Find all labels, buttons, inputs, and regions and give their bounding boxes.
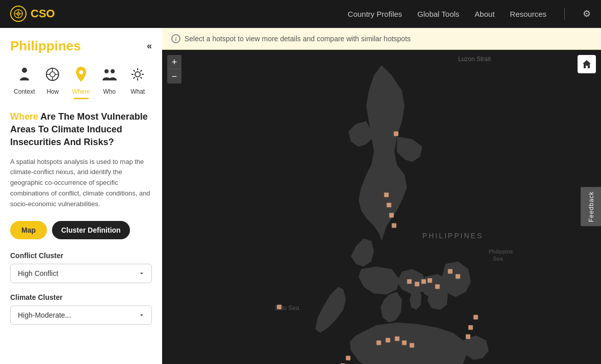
svg-point-6 [50, 72, 55, 77]
nav-how[interactable]: How [41, 63, 64, 99]
section-description: A spatial hotspots analysis is used to m… [10, 157, 152, 210]
how-label: How [46, 88, 59, 95]
luzon-strait-label: Luzon Strait [458, 55, 491, 63]
map-container[interactable]: Luzon Strait PHILIPPINES Philippine Sea … [162, 50, 601, 363]
nav-about[interactable]: About [475, 10, 494, 18]
map-home-button[interactable] [578, 55, 596, 73]
philippines-map: Luzon Strait PHILIPPINES Philippine Sea … [162, 50, 601, 364]
svg-point-14 [135, 72, 140, 77]
svg-rect-43 [474, 315, 478, 320]
logo-icon [10, 6, 27, 22]
collapse-button[interactable]: « [147, 41, 152, 51]
svg-point-11 [79, 70, 83, 74]
nav-what[interactable]: What [126, 63, 149, 99]
zoom-in-button[interactable]: + [167, 55, 181, 69]
svg-rect-29 [428, 278, 432, 283]
info-icon: i [171, 34, 180, 43]
app-header: CSO Country Profiles Global Tools About … [0, 0, 601, 28]
svg-text:Philippine: Philippine [489, 248, 513, 255]
map-area: i Select a hotspot to view more details … [162, 28, 601, 364]
cluster-definition-button[interactable]: Cluster Definition [52, 221, 130, 239]
svg-rect-33 [376, 341, 381, 345]
nav-where[interactable]: Where [70, 63, 92, 99]
section-nav: Context How [10, 63, 152, 99]
view-toggle-buttons: Map Cluster Definition [10, 221, 152, 239]
svg-rect-31 [448, 269, 453, 273]
climate-cluster-group: Climate Cluster High-Moderate... High Mo… [10, 293, 152, 325]
svg-point-4 [22, 68, 27, 73]
climate-cluster-label: Climate Cluster [10, 293, 152, 301]
what-icon [126, 63, 149, 86]
nav-divider [564, 8, 565, 20]
svg-rect-34 [386, 338, 390, 343]
sidebar: Philippines « Context [0, 28, 162, 364]
main-nav: Country Profiles Global Tools About Reso… [348, 8, 591, 20]
how-icon [41, 63, 64, 86]
svg-rect-46 [277, 305, 281, 310]
zoom-out-button[interactable]: − [167, 69, 181, 83]
svg-rect-44 [468, 325, 473, 330]
svg-rect-26 [407, 279, 412, 284]
svg-rect-28 [422, 279, 426, 284]
nav-country-profiles[interactable]: Country Profiles [348, 10, 402, 18]
where-icon [70, 63, 92, 86]
nav-context[interactable]: Context [13, 63, 36, 99]
nav-resources[interactable]: Resources [510, 10, 546, 18]
zoom-controls: + − [167, 55, 181, 83]
who-label: Who [103, 88, 116, 95]
info-text: Select a hotspot to view more details an… [185, 35, 411, 43]
context-label: Context [14, 88, 35, 95]
svg-rect-36 [402, 341, 407, 345]
svg-rect-21 [394, 131, 399, 136]
feedback-container: Feedback [581, 187, 601, 226]
who-icon [98, 63, 121, 86]
svg-rect-25 [392, 223, 397, 228]
sidebar-header: Philippines « [10, 38, 152, 54]
settings-icon[interactable]: ⚙ [583, 8, 591, 19]
svg-rect-45 [466, 334, 471, 339]
svg-rect-22 [384, 192, 389, 197]
map-button[interactable]: Map [10, 221, 47, 239]
logo-text: CSO [31, 7, 55, 20]
nav-global-tools[interactable]: Global Tools [417, 10, 459, 18]
conflict-cluster-label: Conflict Cluster [10, 251, 152, 260]
climate-cluster-select[interactable]: High-Moderate... High Moderate Low [10, 305, 152, 325]
svg-rect-24 [389, 213, 394, 217]
country-title: Philippines [10, 38, 81, 54]
context-icon [13, 63, 36, 86]
svg-rect-27 [415, 282, 420, 287]
svg-text:PHILIPPINES: PHILIPPINES [423, 232, 483, 240]
svg-rect-23 [387, 203, 391, 207]
conflict-cluster-select[interactable]: High Conflict Medium Conflict Low Confli… [10, 264, 152, 283]
main-layout: Philippines « Context [0, 28, 601, 364]
nav-who[interactable]: Who [98, 63, 121, 99]
feedback-button[interactable]: Feedback [581, 187, 601, 226]
svg-point-13 [111, 69, 115, 73]
conflict-cluster-group: Conflict Cluster High Conflict Medium Co… [10, 251, 152, 283]
logo[interactable]: CSO [10, 6, 55, 22]
svg-point-12 [104, 69, 109, 73]
svg-rect-32 [456, 274, 460, 279]
info-banner: i Select a hotspot to view more details … [162, 28, 601, 50]
heading-highlight: Where [10, 111, 38, 122]
section-heading: Where Are The Most Vulnerable Areas To C… [10, 110, 152, 149]
svg-rect-35 [395, 337, 400, 341]
svg-rect-38 [346, 356, 350, 360]
active-indicator [73, 98, 89, 99]
svg-rect-30 [435, 285, 440, 289]
svg-rect-37 [410, 343, 414, 348]
what-label: What [130, 88, 145, 95]
svg-text:Sea: Sea [493, 256, 503, 262]
where-label: Where [72, 88, 90, 95]
